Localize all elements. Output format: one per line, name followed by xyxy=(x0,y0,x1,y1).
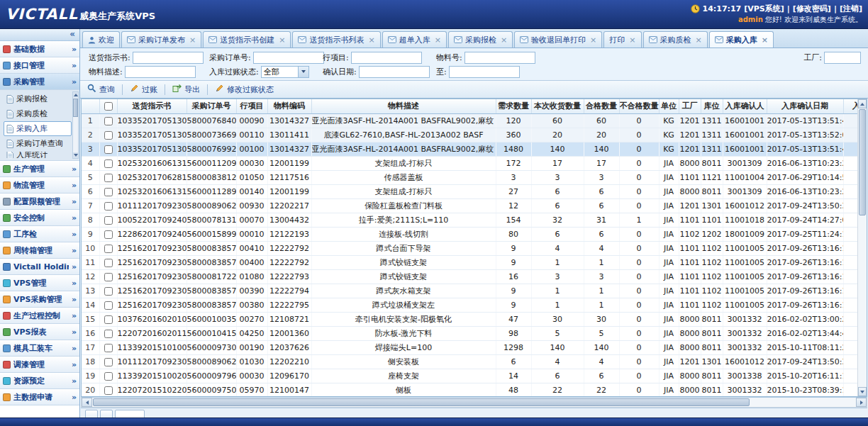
row-checkbox[interactable] xyxy=(104,174,113,182)
sidebar-item-11[interactable]: VPS采购管理» xyxy=(0,291,79,308)
pager-prev-button[interactable] xyxy=(100,410,113,417)
sidebar-subitem-2-1[interactable]: 采购质检 xyxy=(4,106,72,121)
table-row[interactable]: 1612207201602011556000104150425012001360… xyxy=(82,326,857,340)
post-button[interactable]: 过账 xyxy=(127,82,160,96)
tab-2[interactable]: 送货指示书创建× xyxy=(203,31,291,47)
change-password-link[interactable]: [修改密码] xyxy=(793,4,831,14)
table-row[interactable]: 810052201709240158000781310007013004432拉… xyxy=(82,213,857,227)
tab-close-icon[interactable]: × xyxy=(435,35,441,45)
tab-close-icon[interactable]: × xyxy=(590,35,596,45)
sidebar-item-1[interactable]: 接口管理» xyxy=(0,57,79,74)
row-checkbox[interactable] xyxy=(104,117,113,125)
posting-status-select[interactable]: 全部 xyxy=(261,66,309,78)
table-row[interactable]: 510253201706281458000838120105012117516传… xyxy=(82,170,857,184)
table-row[interactable]: 912286201709240756000158990001012122193连… xyxy=(82,227,857,241)
column-header[interactable]: 单位 xyxy=(659,99,679,113)
sidebar-item-9[interactable]: Victall Holding» xyxy=(0,259,79,275)
column-header[interactable]: 本次收货数量 xyxy=(531,99,584,113)
search-button[interactable]: 查询 xyxy=(84,82,118,96)
sidebar-subitem-2-4[interactable]: 入库统计 xyxy=(4,151,72,159)
table-row[interactable]: 210335201705130458000736690011013011411底… xyxy=(82,128,857,142)
material-no-input[interactable] xyxy=(464,52,535,64)
row-checkbox[interactable] xyxy=(104,287,113,296)
sidebar-subitem-2-3[interactable]: 采购订单查询 xyxy=(4,136,72,151)
row-checkbox[interactable] xyxy=(104,245,113,253)
column-header[interactable]: 入库过账 xyxy=(843,99,857,113)
sidebar-subitem-2-0[interactable]: 采购报检 xyxy=(4,91,72,106)
tab-close-icon[interactable]: × xyxy=(629,35,635,45)
scroll-left-icon[interactable] xyxy=(82,398,92,407)
row-checkbox[interactable] xyxy=(104,202,113,211)
row-checkbox[interactable] xyxy=(104,188,113,196)
column-header[interactable]: 库位 xyxy=(701,99,723,113)
tab-4[interactable]: 超单入库× xyxy=(382,31,447,47)
pager-page-input[interactable] xyxy=(115,410,145,417)
sidebar-item-13[interactable]: VPS报表» xyxy=(0,324,79,340)
material-desc-input[interactable] xyxy=(125,66,196,78)
sidebar-item-10[interactable]: VPS管理» xyxy=(0,275,79,291)
column-header[interactable]: 不合格数量 xyxy=(619,99,659,113)
row-checkbox[interactable] xyxy=(104,315,113,324)
horizontal-scroll-thumb[interactable] xyxy=(93,398,750,406)
sidebar-collapse-button[interactable]: « xyxy=(0,29,79,41)
row-checkbox[interactable] xyxy=(104,330,113,338)
tab-1[interactable]: 采购订单发布× xyxy=(121,31,201,47)
submenu-scroll-down-icon[interactable] xyxy=(73,152,78,158)
horizontal-scroll-track[interactable] xyxy=(92,398,856,407)
table-row[interactable]: 410253201606131156000112090003012001199支… xyxy=(82,156,857,170)
sidebar-item-15[interactable]: 调漆管理» xyxy=(0,357,79,373)
horizontal-scrollbar[interactable] xyxy=(81,397,867,408)
sidebar-item-8[interactable]: 周转箱管理» xyxy=(0,242,79,259)
column-header[interactable]: 工厂 xyxy=(679,99,701,113)
vertical-scroll-thumb[interactable] xyxy=(859,109,866,215)
row-checkbox[interactable] xyxy=(104,145,113,154)
vps-system-link[interactable]: [VPS系统] xyxy=(744,4,784,14)
table-row[interactable]: 1810111201709230258000890620103012202210… xyxy=(82,354,857,369)
sidebar-item-3[interactable]: 生产管理» xyxy=(0,161,79,177)
table-row[interactable]: 710111201709230258000890620093012202217保… xyxy=(82,198,857,213)
column-header[interactable]: 物料编码 xyxy=(267,99,311,113)
vertical-scrollbar[interactable] xyxy=(857,99,867,396)
table-row[interactable]: 610253201606131156000112890014012001199支… xyxy=(82,184,857,198)
submenu-scroll-up-icon[interactable] xyxy=(73,92,78,98)
select-all-checkbox[interactable] xyxy=(104,102,113,111)
tab-7[interactable]: 打印× xyxy=(603,31,641,47)
sidebar-item-0[interactable]: 基础数据» xyxy=(0,41,79,57)
line-item-input[interactable] xyxy=(351,52,422,64)
sidebar-item-6[interactable]: 安全控制» xyxy=(0,210,79,226)
table-row[interactable]: 1711339201510100156000097300019012037626… xyxy=(82,340,857,354)
sidebar-item-16[interactable]: 资源预定» xyxy=(0,373,79,389)
sidebar-subitem-2-2[interactable]: 采购入库 xyxy=(4,121,72,136)
row-checkbox[interactable] xyxy=(104,358,113,366)
table-row[interactable]: 110335201705130158000768400009013014327亚… xyxy=(82,113,857,128)
tab-close-icon[interactable]: × xyxy=(762,35,768,45)
tab-3[interactable]: 送货指示书列表× xyxy=(292,31,380,47)
purchase-order-no-input[interactable] xyxy=(253,52,324,64)
confirm-date-from-input[interactable] xyxy=(359,66,430,78)
submenu-scroll-thumb[interactable] xyxy=(73,99,78,117)
scroll-up-icon[interactable] xyxy=(858,99,867,108)
tab-6[interactable]: 验收退回单打印× xyxy=(514,31,602,47)
column-header[interactable]: 采购订单号 xyxy=(187,99,236,113)
row-checkbox[interactable] xyxy=(104,230,113,239)
table-row[interactable]: 1312516201709230658000838570039012222794… xyxy=(82,284,857,298)
tab-5[interactable]: 采购报检× xyxy=(448,31,513,47)
vertical-scroll-track[interactable] xyxy=(858,108,867,387)
table-row[interactable]: 1112516201709230658000838570040012222792… xyxy=(82,255,857,269)
row-checkbox[interactable] xyxy=(104,259,113,267)
table-row[interactable]: 1212516201709230658000817220108012222793… xyxy=(82,269,857,284)
sidebar-item-5[interactable]: 配置限额管理» xyxy=(0,194,79,210)
tab-close-icon[interactable]: × xyxy=(696,35,702,45)
pager-first-button[interactable] xyxy=(85,410,98,417)
submenu-scrollbar[interactable] xyxy=(72,91,79,159)
tab-close-icon[interactable]: × xyxy=(368,35,374,45)
column-header[interactable]: 入库确认人 xyxy=(723,99,767,113)
table-row[interactable]: 1412516201709230658000838570038012222795… xyxy=(82,298,857,312)
row-checkbox[interactable] xyxy=(104,131,113,140)
sidebar-item-17[interactable]: 主数据申请» xyxy=(0,389,79,405)
export-button[interactable]: 导出 xyxy=(169,82,203,96)
sidebar-item-4[interactable]: 物流管理» xyxy=(0,177,79,194)
column-header[interactable]: 行项目 xyxy=(236,99,267,113)
sidebar-item-7[interactable]: 工序检» xyxy=(0,226,79,242)
tab-close-icon[interactable]: × xyxy=(501,35,507,45)
